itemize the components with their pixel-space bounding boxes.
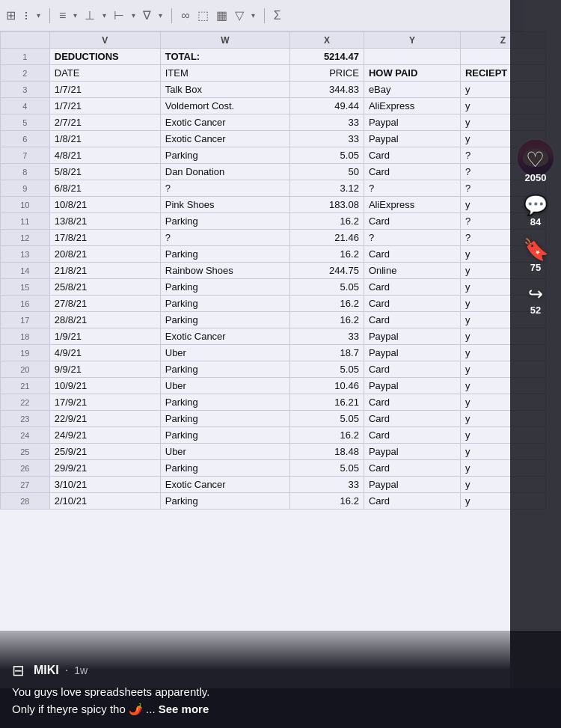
row-number: 24 [1,427,50,444]
cell-y: HOW PAID [364,65,460,82]
grid-icon: ⊞ [6,8,16,22]
cell-w: Exotic Cancer [160,114,289,131]
spreadsheet-background: ⊞ ⫶ ▾ ≡ ▾ ⊥ ▾ ⊢ ▾ ∇ ▾ ∞ ⬚ ▦ ▽ ▾ Σ V W X [0,0,561,688]
cell-v: 17/9/21 [49,394,160,411]
cell-x: 18.48 [290,444,364,460]
right-action-panel: ♡ 2050 💬 84 🔖 75 ↪ 52 [510,0,561,728]
cell-x: 33 [290,328,364,345]
cell-y: Paypal [364,477,460,493]
cell-x: 16.2 [290,296,364,312]
cell-y: AliExpress [364,98,460,114]
table-row: 1113/8/21Parking16.2Card? [1,213,546,230]
cell-x: 10.46 [290,378,364,394]
table-row: 96/8/21?3.12?? [1,180,546,197]
row-number: 7 [1,147,50,164]
cell-w: Parking [160,394,289,411]
row-number: 25 [1,444,50,460]
dropdown-icon: ▾ [37,11,40,19]
divider-1 [49,8,50,23]
cell-w: Parking [160,147,289,164]
cell-v: 4/9/21 [49,345,160,361]
caption-mode-icon[interactable]: ⊟ [12,661,25,679]
cell-x: 49.44 [290,98,364,114]
table-row: 52/7/21Exotic Cancer33Paypaly [1,114,546,131]
table-row: 1421/8/21Rainbow Shoes244.75Onliney [1,263,546,279]
cell-v: 4/8/21 [49,147,160,164]
align-icon: ≡ [59,9,66,22]
see-more-button[interactable]: See more [159,703,209,715]
cell-y: Card [364,361,460,378]
cell-v: 17/8/21 [49,230,160,246]
cell-v: 1/8/21 [49,131,160,147]
cell-w: Exotic Cancer [160,477,289,493]
cell-x: 344.83 [290,82,364,98]
cell-v: 9/9/21 [49,361,160,378]
table-row: 1320/8/21Parking16.2Cardy [1,246,546,263]
cell-v: 10/9/21 [49,378,160,394]
table-row: 1DEDUCTIONSTOTAL:5214.47 [1,49,546,65]
row-number: 23 [1,411,50,427]
cell-v: 29/9/21 [49,460,160,477]
row-number: 3 [1,82,50,98]
save-count: 75 [530,262,541,273]
row-number: 20 [1,361,50,378]
row-number: 13 [1,246,50,263]
cell-v: DATE [49,65,160,82]
cell-x: 3.12 [290,180,364,197]
cell-y: Card [364,394,460,411]
table-row: 2DATEITEMPRICEHOW PAIDRECIEPT [1,65,546,82]
username[interactable]: MIKI [34,664,59,677]
row-number: 16 [1,296,50,312]
cell-v: 2/7/21 [49,114,160,131]
cell-v: 5/8/21 [49,164,160,180]
cell-w: Parking [160,460,289,477]
cell-y: ? [364,180,460,197]
cell-w: Uber [160,378,289,394]
cell-x: 5.05 [290,279,364,296]
cell-x: 5214.47 [290,49,364,65]
bottom-right-panel [510,631,561,728]
row-number: 28 [1,493,50,510]
table-row: 282/10/21Parking16.2Cardy [1,493,546,510]
divider-3 [264,8,265,23]
cell-x: 5.05 [290,361,364,378]
comment-button[interactable]: 💬 84 [524,195,548,227]
table-row: 85/8/21Dan Donation50Card? [1,164,546,180]
table-row: 41/7/21Voldemort Cost.49.44AliExpressy [1,98,546,114]
cell-v: 2/10/21 [49,493,160,510]
save-button[interactable]: 🔖 75 [523,239,549,273]
cell-v: 13/8/21 [49,213,160,230]
cell-y: AliExpress [364,197,460,213]
cell-y: Card [364,427,460,444]
cell-x: 16.21 [290,394,364,411]
table-row: 273/10/21Exotic Cancer33Paypaly [1,477,546,493]
col-header-rownum [1,32,50,49]
cell-x: 16.2 [290,427,364,444]
cell-w: Pink Shoes [160,197,289,213]
cell-y: ? [364,230,460,246]
cell-w: ITEM [160,65,289,82]
row-number: 1 [1,49,50,65]
row-number: 17 [1,312,50,328]
cell-x: 33 [290,477,364,493]
cell-y: Paypal [364,444,460,460]
row-number: 5 [1,114,50,131]
cell-x: 21.46 [290,230,364,246]
cell-w: Dan Donation [160,164,289,180]
cell-x: 33 [290,114,364,131]
cell-x: 5.05 [290,460,364,477]
cell-x: PRICE [290,65,364,82]
cell-w: Parking [160,493,289,510]
cell-v: 22/9/21 [49,411,160,427]
cell-w: Parking [160,296,289,312]
caption-text: You guys love spreadsheets apparently. O… [12,684,498,718]
table-row: 1010/8/21Pink Shoes183.08AliExpressy [1,197,546,213]
like-button[interactable]: ♡ 2050 [525,150,547,183]
cell-x: 244.75 [290,263,364,279]
bookmark-icon: 🔖 [523,239,549,260]
share-button[interactable]: ↪ 52 [528,285,543,316]
row-number: 9 [1,180,50,197]
cell-y [364,49,460,65]
cell-w: ? [160,230,289,246]
cell-v: 3/10/21 [49,477,160,493]
